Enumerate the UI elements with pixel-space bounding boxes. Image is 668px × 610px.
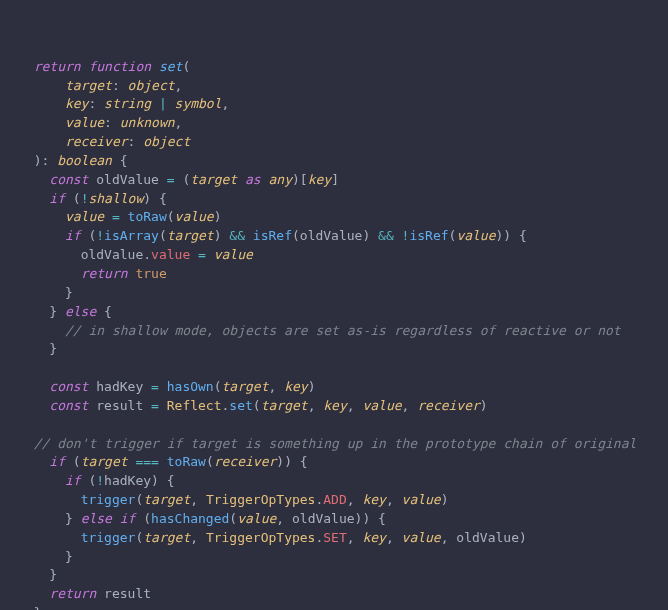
code-block: return function set( target: object, key… — [18, 58, 650, 610]
code-editor: return function set( target: object, key… — [0, 0, 668, 610]
